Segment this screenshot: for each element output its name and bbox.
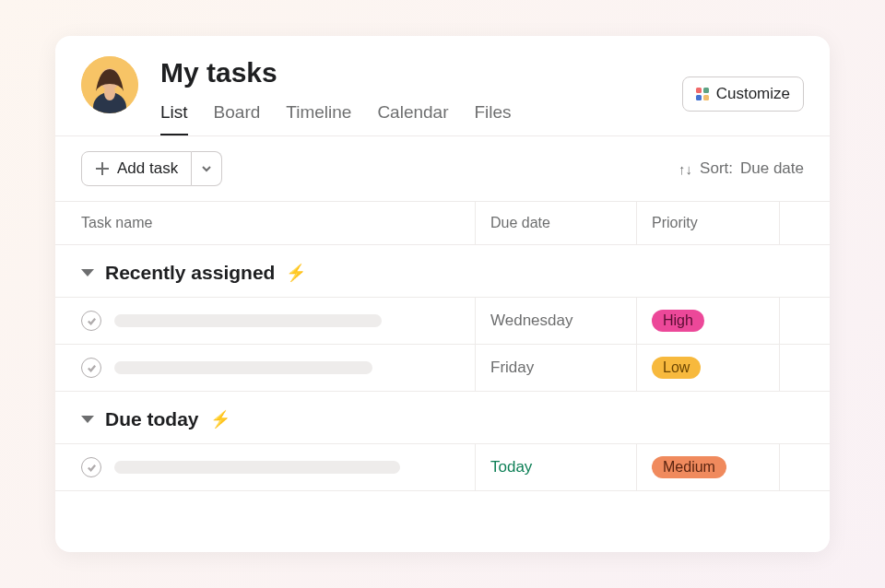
task-cell-priority[interactable]: Medium [636, 444, 779, 490]
complete-checkbox[interactable] [81, 311, 101, 331]
customize-button[interactable]: Customize [682, 76, 804, 112]
bolt-icon: ⚡ [210, 409, 230, 429]
task-name-placeholder [114, 361, 372, 374]
section-header[interactable]: Due today⚡ [55, 392, 830, 444]
complete-checkbox[interactable] [81, 457, 101, 477]
app-window: My tasks ListBoardTimelineCalendarFiles … [55, 36, 830, 552]
task-cell-extra[interactable] [779, 345, 830, 391]
column-task-name[interactable]: Task name [55, 202, 475, 244]
column-due-date[interactable]: Due date [475, 202, 636, 244]
tab-board[interactable]: Board [214, 102, 261, 135]
section-title: Recently assigned [105, 262, 275, 284]
task-cell-due[interactable]: Friday [475, 345, 636, 391]
task-cell-name[interactable] [55, 298, 475, 344]
task-cell-priority[interactable]: Low [636, 345, 779, 391]
task-cell-name[interactable] [55, 345, 475, 391]
section-title: Due today [105, 408, 199, 430]
add-task-group: Add task [81, 151, 222, 186]
sort-icon: ↑↓ [678, 161, 692, 177]
sort-value: Due date [740, 159, 804, 178]
column-priority[interactable]: Priority [636, 202, 779, 244]
task-name-placeholder [114, 461, 400, 474]
header: My tasks ListBoardTimelineCalendarFiles … [55, 36, 830, 135]
task-cell-extra[interactable] [779, 444, 830, 490]
priority-pill[interactable]: Medium [652, 456, 726, 478]
tab-timeline[interactable]: Timeline [286, 102, 351, 135]
section-caret-icon[interactable] [81, 416, 94, 423]
task-row[interactable]: FridayLow [55, 345, 830, 392]
priority-pill[interactable]: Low [652, 357, 701, 379]
task-cell-priority[interactable]: High [636, 298, 779, 344]
section-caret-icon[interactable] [81, 269, 94, 276]
section-header[interactable]: Recently assigned⚡ [55, 245, 830, 298]
bolt-icon: ⚡ [286, 263, 306, 283]
tab-calendar[interactable]: Calendar [377, 102, 448, 135]
plus-icon [95, 161, 110, 176]
priority-pill[interactable]: High [652, 310, 704, 332]
task-sections: Recently assigned⚡WednesdayHighFridayLow… [55, 245, 830, 491]
tab-list[interactable]: List [160, 102, 188, 135]
customize-label: Customize [716, 85, 790, 103]
grid-icon [696, 88, 709, 100]
add-task-button[interactable]: Add task [81, 151, 192, 186]
column-extra[interactable] [779, 202, 830, 244]
task-cell-extra[interactable] [779, 298, 830, 344]
task-row[interactable]: TodayMedium [55, 444, 830, 491]
task-name-placeholder [114, 314, 382, 327]
tab-files[interactable]: Files [474, 102, 511, 135]
add-task-dropdown[interactable] [192, 151, 222, 186]
add-task-label: Add task [117, 159, 178, 178]
task-cell-name[interactable] [55, 444, 475, 490]
sort-prefix: Sort: [700, 159, 733, 178]
table-header: Task name Due date Priority [55, 201, 830, 245]
chevron-down-icon [201, 163, 212, 174]
avatar[interactable] [81, 56, 138, 113]
task-row[interactable]: WednesdayHigh [55, 298, 830, 345]
svg-point-3 [104, 86, 115, 100]
task-cell-due[interactable]: Today [475, 444, 636, 490]
task-cell-due[interactable]: Wednesday [475, 298, 636, 344]
complete-checkbox[interactable] [81, 358, 101, 378]
toolbar: Add task ↑↓ Sort: Due date [55, 136, 830, 201]
sort-button[interactable]: ↑↓ Sort: Due date [678, 159, 804, 178]
